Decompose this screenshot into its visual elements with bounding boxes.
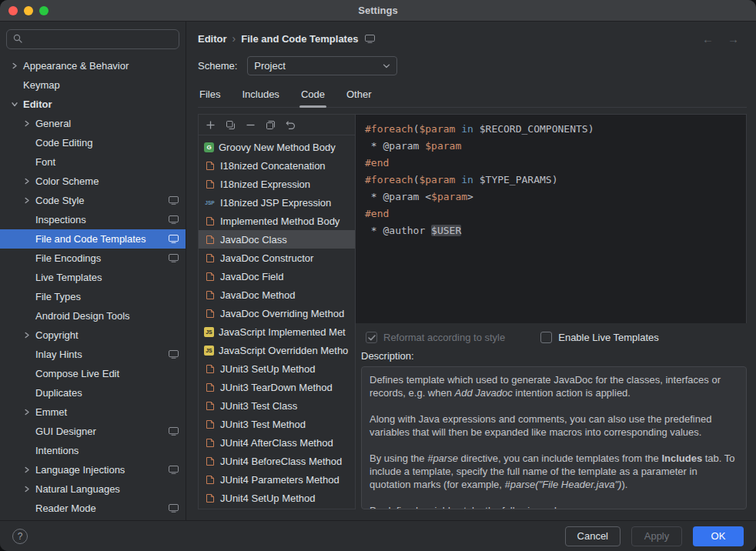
list-item-i18nized-expression[interactable]: I18nized Expression bbox=[199, 175, 355, 193]
close-button[interactable] bbox=[8, 6, 18, 15]
breadcrumb-section[interactable]: Editor bbox=[198, 33, 227, 45]
add-icon[interactable] bbox=[206, 120, 216, 130]
sidebar-item-live-templates[interactable]: Live Templates bbox=[0, 268, 186, 287]
duplicate-icon[interactable] bbox=[266, 120, 276, 130]
forward-icon[interactable]: → bbox=[728, 32, 739, 45]
list-item-implemented-method-body[interactable]: Implemented Method Body bbox=[199, 212, 355, 230]
sidebar-item-label: Intentions bbox=[35, 445, 79, 456]
list-item-junit4-setup-method[interactable]: JUnit4 SetUp Method bbox=[199, 489, 355, 507]
apply-button[interactable]: Apply bbox=[631, 526, 682, 546]
sidebar-item-android-design-tools[interactable]: Android Design Tools bbox=[0, 306, 186, 326]
sidebar-item-label: Code Editing bbox=[35, 137, 92, 149]
list-item-junit4-beforeclass-method[interactable]: JUnit4 BeforeClass Method bbox=[199, 452, 355, 470]
sidebar-item-label: Color Scheme bbox=[35, 175, 99, 187]
description-text: #parse("File Header.java") bbox=[505, 479, 622, 490]
code-token: $TYPE_PARAMS bbox=[480, 174, 552, 185]
sidebar-item-file-and-code-templates[interactable]: File and Code Templates bbox=[0, 229, 186, 249]
screen-icon bbox=[169, 350, 179, 359]
sidebar-item-appearance-behavior[interactable]: Appearance & Behavior bbox=[0, 56, 186, 75]
chevron-right-icon[interactable] bbox=[20, 464, 34, 476]
sidebar-item-gui-designer[interactable]: GUI Designer bbox=[0, 422, 186, 441]
template-icon bbox=[204, 253, 216, 263]
chevron-right-icon[interactable] bbox=[20, 483, 34, 496]
list-item-junit3-test-method[interactable]: JUnit3 Test Method bbox=[199, 415, 355, 433]
list-item-javascript-overridden-metho[interactable]: JSJavaScript Overridden Metho bbox=[199, 341, 355, 359]
chevron-right-icon[interactable] bbox=[20, 195, 34, 207]
list-item-junit3-teardown-method[interactable]: JUnit3 TearDown Method bbox=[199, 378, 355, 396]
list-item-i18nized-concatenation[interactable]: I18nized Concatenation bbox=[199, 156, 355, 175]
list-item-junit4-parameters-method[interactable]: JUnit4 Parameters Method bbox=[199, 470, 355, 489]
list-item-javadoc-overriding-method[interactable]: JavaDoc Overriding Method bbox=[199, 304, 355, 322]
list-item-javadoc-field[interactable]: JavaDoc Field bbox=[199, 267, 355, 286]
sidebar-item-duplicates[interactable]: Duplicates bbox=[0, 383, 186, 402]
list-item-javadoc-class[interactable]: JavaDoc Class bbox=[199, 230, 355, 249]
zoom-button[interactable] bbox=[39, 6, 49, 15]
help-button[interactable]: ? bbox=[12, 529, 28, 544]
sidebar-item-font[interactable]: Font bbox=[0, 152, 186, 172]
back-icon[interactable]: ← bbox=[702, 32, 714, 45]
list-item-javascript-implemented-met[interactable]: JSJavaScript Implemented Met bbox=[199, 322, 355, 341]
sidebar-item-keymap[interactable]: Keymap bbox=[0, 75, 186, 95]
description-paragraph: Defines template which used to generate … bbox=[370, 373, 738, 399]
code-token: #foreach bbox=[365, 174, 413, 185]
sidebar-item-inlay-hints[interactable]: Inlay Hints bbox=[0, 345, 186, 364]
sidebar-item-intentions[interactable]: Intentions bbox=[0, 441, 186, 460]
copy-icon[interactable] bbox=[226, 120, 236, 130]
sidebar-item-code-editing[interactable]: Code Editing bbox=[0, 133, 186, 152]
reformat-checkbox[interactable]: Reformat according to style bbox=[366, 332, 505, 343]
screen-icon bbox=[169, 254, 179, 262]
sidebar-item-label: Compose Live Edit bbox=[35, 368, 119, 379]
sidebar-item-emmet[interactable]: Emmet bbox=[0, 402, 186, 422]
template-icon bbox=[204, 475, 216, 485]
sidebar-item-color-scheme[interactable]: Color Scheme bbox=[0, 172, 186, 191]
list-item-groovy-new-method-body[interactable]: GGroovy New Method Body bbox=[199, 138, 355, 156]
sidebar-item-compose-live-edit[interactable]: Compose Live Edit bbox=[0, 364, 186, 383]
cancel-button[interactable]: Cancel bbox=[565, 526, 621, 546]
sidebar-item-general[interactable]: General bbox=[0, 114, 186, 133]
sidebar-item-reader-mode[interactable]: Reader Mode bbox=[0, 499, 186, 518]
revert-icon[interactable] bbox=[286, 120, 296, 130]
ok-button[interactable]: OK bbox=[693, 526, 744, 546]
search-input[interactable] bbox=[27, 33, 173, 46]
template-list-panel: GGroovy New Method BodyI18nized Concaten… bbox=[198, 114, 356, 509]
code-token: $RECORD_COMPONENTS bbox=[480, 123, 588, 135]
list-item-i18nized-jsp-expression[interactable]: JSPI18nized JSP Expression bbox=[199, 193, 355, 212]
list-item-junit3-test-class[interactable]: JUnit3 Test Class bbox=[199, 396, 355, 415]
titlebar: Settings bbox=[0, 0, 756, 22]
sidebar-item-editor[interactable]: Editor bbox=[0, 95, 186, 114]
scheme-dropdown[interactable]: Project bbox=[247, 56, 397, 75]
reformat-checkbox-label: Reformat according to style bbox=[383, 332, 505, 343]
chevron-right-icon[interactable] bbox=[8, 60, 22, 72]
chevron-right-icon[interactable] bbox=[20, 118, 34, 130]
sidebar-item-file-types[interactable]: File Types bbox=[0, 287, 186, 306]
list-item-javadoc-constructor[interactable]: JavaDoc Constructor bbox=[199, 249, 355, 267]
list-item-junit4-afterclass-method[interactable]: JUnit4 AfterClass Method bbox=[199, 433, 355, 452]
sidebar-item-file-encodings[interactable]: File Encodings bbox=[0, 249, 186, 268]
sidebar-item-inspections[interactable]: Inspections bbox=[0, 210, 186, 229]
code-token bbox=[473, 174, 480, 185]
code-line: * @param $param bbox=[365, 138, 737, 155]
sidebar-item-code-style[interactable]: Code Style bbox=[0, 191, 186, 210]
chevron-spacer bbox=[20, 156, 34, 169]
enable-live-templates-checkbox[interactable]: Enable Live Templates bbox=[540, 332, 659, 343]
template-icon bbox=[204, 290, 216, 300]
tab-files[interactable]: Files bbox=[198, 85, 222, 107]
chevron-right-icon[interactable] bbox=[20, 175, 34, 188]
sidebar-item-language-injections[interactable]: Language Injections bbox=[0, 460, 186, 479]
remove-icon[interactable] bbox=[246, 120, 256, 130]
sidebar-item-natural-languages[interactable]: Natural Languages bbox=[0, 479, 186, 499]
chevron-down-icon[interactable] bbox=[8, 99, 22, 111]
sidebar-item-copyright[interactable]: Copyright bbox=[0, 326, 186, 345]
template-icon bbox=[204, 456, 216, 466]
tab-other[interactable]: Other bbox=[345, 85, 373, 107]
list-item-junit3-setup-method[interactable]: JUnit3 SetUp Method bbox=[199, 359, 355, 378]
tab-code[interactable]: Code bbox=[299, 85, 326, 107]
minimize-button[interactable] bbox=[24, 6, 33, 15]
tab-includes[interactable]: Includes bbox=[240, 85, 280, 107]
template-name: JavaScript Implemented Met bbox=[219, 326, 346, 338]
list-item-javadoc-method[interactable]: JavaDoc Method bbox=[199, 286, 355, 304]
chevron-right-icon[interactable] bbox=[20, 329, 34, 342]
code-editor[interactable]: #foreach($param in $RECORD_COMPONENTS) *… bbox=[356, 114, 747, 323]
chevron-right-icon[interactable] bbox=[20, 406, 34, 419]
search-box[interactable] bbox=[6, 29, 179, 49]
